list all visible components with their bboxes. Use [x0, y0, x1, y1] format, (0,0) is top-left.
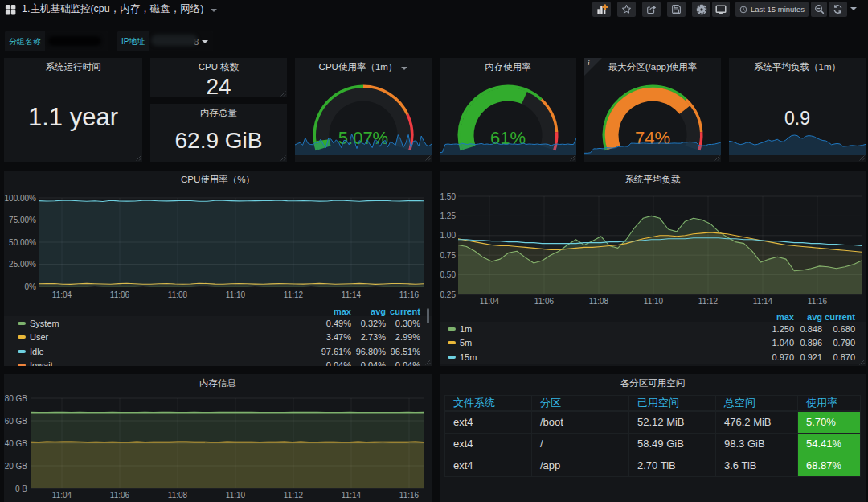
- legend-header-current[interactable]: current: [386, 307, 420, 315]
- add-panel-button[interactable]: [592, 2, 611, 17]
- legend-series[interactable]: 1m: [448, 324, 758, 334]
- resize-handle[interactable]: [425, 155, 431, 161]
- resize-handle[interactable]: [136, 155, 141, 161]
- table-header[interactable]: 已用空间: [629, 396, 716, 412]
- star-button[interactable]: [617, 2, 636, 17]
- legend-series-name: User: [30, 332, 48, 342]
- legend-current: 96.51%: [386, 347, 420, 356]
- panel-title[interactable]: 内存总量: [150, 107, 287, 119]
- legend-header-avg[interactable]: avg: [794, 312, 822, 320]
- resize-handle[interactable]: [570, 155, 575, 161]
- table-header[interactable]: 文件系统: [445, 396, 532, 412]
- legend-series[interactable]: 15m: [448, 352, 758, 362]
- svg-text:75.00%: 75.00%: [9, 216, 36, 224]
- panel-title[interactable]: CPU 核数: [150, 61, 287, 73]
- legend-scrollbar[interactable]: [427, 308, 429, 323]
- resize-handle[interactable]: [280, 155, 286, 161]
- legend-series-marker[interactable]: [18, 335, 26, 339]
- time-range-picker[interactable]: Last 15 minutes: [735, 2, 809, 17]
- table-header[interactable]: 分区: [532, 396, 629, 412]
- panel-app-gauge: i 最大分区(/app)使用率 74%: [584, 58, 721, 162]
- tv-icon: [715, 4, 727, 15]
- mem-chart-plot[interactable]: 0 B20 GB40 GB60 GB80 GB11:0411:0611:0811…: [4, 374, 432, 502]
- legend-header: maxavgcurrent: [4, 307, 432, 316]
- legend-series-name: 15m: [460, 352, 477, 362]
- legend-series[interactable]: System: [18, 319, 314, 328]
- panel-title[interactable]: 内存使用率: [440, 61, 576, 73]
- legend-series-name: 1m: [460, 324, 472, 334]
- save-button[interactable]: [667, 2, 686, 17]
- dashboard-title-caret-icon[interactable]: [211, 9, 217, 12]
- load-chart-plot[interactable]: 0.250.500.751.001.251.5011:0411:0611:081…: [440, 171, 866, 309]
- svg-text:11:06: 11:06: [110, 491, 130, 500]
- variable-group-name[interactable]: 分组名称: [5, 31, 108, 51]
- panel-title[interactable]: CPU使用率（1m）: [295, 61, 432, 73]
- svg-text:11:14: 11:14: [342, 290, 362, 299]
- resize-handle[interactable]: [859, 155, 865, 161]
- load-stat-sparkline: [729, 132, 866, 158]
- legend-series-name: Iowait: [30, 360, 53, 366]
- svg-text:0.50: 0.50: [440, 270, 457, 279]
- clock-icon: [739, 5, 747, 14]
- legend-series-marker[interactable]: [18, 322, 26, 325]
- resize-handle[interactable]: [425, 360, 431, 365]
- uptime-value: 1.1 year: [4, 103, 142, 132]
- resize-handle[interactable]: [859, 360, 865, 365]
- legend-series-marker[interactable]: [448, 341, 456, 344]
- cpu-cores-value: 24: [150, 74, 287, 100]
- legend-series-name: 5m: [460, 338, 472, 348]
- legend-max: 0.970: [758, 352, 794, 362]
- legend-current: 2.99%: [386, 332, 420, 342]
- legend-series-marker[interactable]: [18, 364, 26, 366]
- legend-series-marker[interactable]: [448, 356, 456, 359]
- cell-total: 476.2 MiB: [716, 411, 798, 433]
- legend-series[interactable]: User: [18, 332, 314, 342]
- panel-title[interactable]: 系统运行时间: [4, 61, 142, 73]
- svg-text:50.00%: 50.00%: [9, 238, 36, 247]
- legend-series[interactable]: Iowait: [18, 360, 314, 366]
- share-icon: [646, 4, 657, 14]
- settings-button[interactable]: [692, 2, 710, 17]
- resize-handle[interactable]: [714, 155, 720, 161]
- refresh-interval-caret-icon[interactable]: [850, 7, 857, 10]
- variable-ip-address[interactable]: IP地址 8: [117, 31, 213, 51]
- cpu-chart-plot[interactable]: 0%25.00%50.00%75.00%100.00%11:0411:0611:…: [4, 171, 432, 304]
- svg-text:40 GB: 40 GB: [5, 439, 28, 448]
- dashboard-grid-icon[interactable]: [5, 4, 16, 15]
- legend-row: Iowait0.04%0.04%0.04%: [4, 359, 432, 367]
- legend-header-current[interactable]: current: [822, 312, 855, 320]
- svg-text:11:10: 11:10: [226, 290, 246, 299]
- legend-header-avg[interactable]: avg: [351, 307, 386, 315]
- dashboard-title[interactable]: 1.主机基础监控(cpu，内存，磁盘，网络): [22, 2, 203, 16]
- variable-group-name-value[interactable]: [45, 31, 108, 51]
- refresh-icon: [833, 4, 843, 14]
- cell-usage-pct: 5.70%: [798, 411, 861, 433]
- panel-title-text: 各分区可用空间: [620, 377, 686, 389]
- legend-header-max[interactable]: max: [314, 307, 351, 315]
- zoom-out-button[interactable]: [811, 2, 827, 17]
- svg-text:11:08: 11:08: [168, 290, 188, 299]
- legend-header-max[interactable]: max: [758, 312, 794, 320]
- panel-title-text: 系统平均负载（1m）: [754, 61, 841, 73]
- legend-series-marker[interactable]: [18, 350, 26, 353]
- panel-title[interactable]: 系统平均负载（1m）: [729, 61, 866, 73]
- legend-series[interactable]: 5m: [448, 338, 758, 348]
- star-icon: [621, 4, 632, 14]
- table-header[interactable]: 使用率: [798, 396, 861, 412]
- panel-title-text: 最大分区(/app)使用率: [608, 61, 698, 73]
- panel-mem-gauge: 内存使用率 61%: [440, 58, 576, 162]
- panel-title-text: CPU 核数: [199, 61, 239, 73]
- variable-ip-address-label: IP地址: [117, 31, 149, 51]
- legend-series-marker[interactable]: [448, 327, 456, 331]
- cycle-view-button[interactable]: [712, 2, 730, 17]
- resize-handle[interactable]: [280, 91, 286, 97]
- refresh-button[interactable]: [829, 2, 847, 17]
- variable-ip-address-value[interactable]: 8: [149, 31, 213, 51]
- legend-series[interactable]: Idle: [18, 347, 314, 356]
- svg-text:80 GB: 80 GB: [5, 394, 28, 403]
- share-button[interactable]: [642, 2, 661, 17]
- panel-title[interactable]: 各分区可用空间: [440, 377, 866, 389]
- table-header[interactable]: 总空间: [716, 396, 798, 412]
- mem-gauge-sparkline: [440, 132, 576, 158]
- panel-title[interactable]: 最大分区(/app)使用率: [584, 61, 721, 73]
